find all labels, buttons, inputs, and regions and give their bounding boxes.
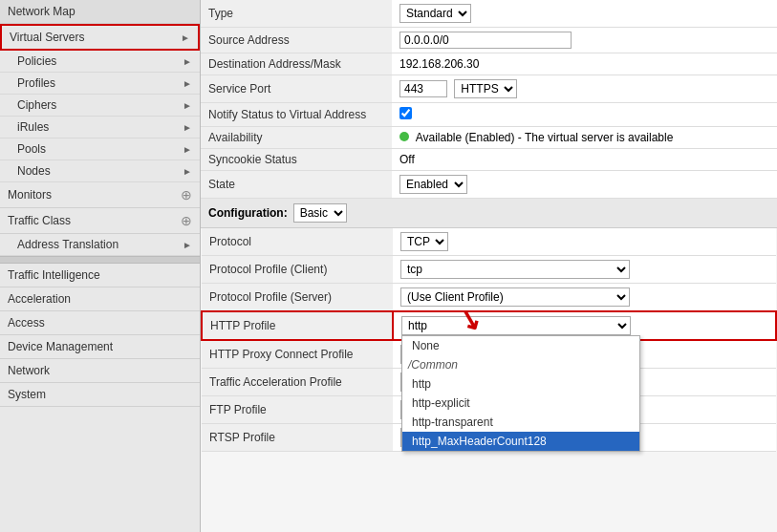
- dest-address-row: Destination Address/Mask 192.168.206.30: [201, 53, 777, 75]
- notify-label: Notify Status to Virtual Address: [201, 103, 392, 127]
- proto-profile-client-select[interactable]: tcp: [400, 260, 630, 279]
- chevron-right-icon: ►: [183, 240, 192, 250]
- source-address-input[interactable]: [399, 32, 572, 49]
- http-profile-select[interactable]: http: [401, 316, 631, 335]
- service-protocol-select[interactable]: HTTPS: [454, 79, 517, 98]
- state-label: State: [201, 171, 392, 199]
- sidebar-item-pools[interactable]: Pools ►: [0, 138, 200, 160]
- http-proxy-label: HTTP Proxy Connect Profile: [202, 340, 393, 369]
- config-bar: Configuration: Basic: [201, 199, 777, 228]
- config-table: Protocol TCP Protocol Profile (Client) t…: [201, 228, 777, 452]
- http-profile-row: HTTP Profile http None /Common http http…: [202, 311, 776, 340]
- availability-dot: [399, 132, 409, 141]
- service-port-label: Service Port: [201, 75, 392, 103]
- availability-row: Availability Available (Enabled) - The v…: [201, 127, 777, 149]
- syncookie-row: Syncookie Status Off: [201, 149, 777, 171]
- chevron-right-icon: ►: [183, 56, 192, 67]
- service-port-row: Service Port HTTPS: [201, 75, 777, 103]
- proto-profile-client-row: Protocol Profile (Client) tcp: [202, 256, 776, 284]
- notify-row: Notify Status to Virtual Address: [201, 103, 777, 127]
- chevron-right-icon: ►: [181, 32, 190, 43]
- sidebar-item-system[interactable]: System: [0, 383, 200, 407]
- sidebar-item-network[interactable]: Network: [0, 359, 200, 383]
- chevron-right-icon: ►: [183, 78, 192, 89]
- syncookie-label: Syncookie Status: [201, 149, 392, 171]
- dropdown-item-http[interactable]: http: [402, 374, 639, 394]
- sidebar-item-irules[interactable]: iRules ►: [0, 117, 200, 138]
- dropdown-item-none[interactable]: None: [402, 336, 639, 355]
- dropdown-section-common: /Common: [402, 355, 639, 374]
- chevron-right-icon: ►: [183, 100, 192, 111]
- sidebar-item-traffic-intelligence[interactable]: Traffic Intelligence: [0, 264, 200, 287]
- sidebar: Network Map Virtual Servers ► Policies ►…: [0, 0, 201, 532]
- http-profile-dropdown-list: None /Common http http-explicit http-tra…: [401, 335, 640, 452]
- availability-label: Availability: [201, 127, 392, 149]
- sidebar-item-ciphers[interactable]: Ciphers ►: [0, 95, 200, 117]
- sidebar-item-nodes[interactable]: Nodes ►: [0, 160, 200, 182]
- main-content: Type Standard Source Address Destination…: [201, 0, 777, 532]
- sidebar-item-traffic-class[interactable]: Traffic Class ⊕: [0, 208, 200, 234]
- sidebar-item-access[interactable]: Access: [0, 311, 200, 335]
- http-profile-dropdown-container: http None /Common http http-explicit htt…: [401, 316, 767, 335]
- sidebar-item-virtual-servers[interactable]: Virtual Servers ►: [0, 24, 200, 51]
- state-select[interactable]: Enabled: [399, 175, 467, 194]
- plus-icon: ⊕: [181, 213, 192, 228]
- chevron-right-icon: ►: [183, 166, 192, 177]
- ftp-profile-label: FTP Profile: [202, 396, 393, 424]
- dest-address-value: 192.168.206.30: [399, 57, 479, 71]
- notify-checkbox[interactable]: [399, 107, 412, 119]
- proto-profile-server-label: Protocol Profile (Server): [202, 284, 393, 312]
- http-profile-label: HTTP Profile: [202, 311, 393, 340]
- proto-profile-server-row: Protocol Profile (Server) (Use Client Pr…: [202, 284, 776, 312]
- properties-table: Type Standard Source Address Destination…: [201, 0, 777, 199]
- service-port-input[interactable]: [399, 80, 447, 97]
- sidebar-item-acceleration[interactable]: Acceleration: [0, 287, 200, 311]
- sidebar-item-address-translation[interactable]: Address Translation ►: [0, 234, 200, 256]
- type-select[interactable]: Standard: [399, 4, 471, 23]
- protocol-row: Protocol TCP: [202, 228, 776, 256]
- proto-profile-server-select[interactable]: (Use Client Profile): [400, 287, 630, 307]
- syncookie-value: Off: [399, 153, 415, 166]
- source-address-label: Source Address: [201, 28, 392, 53]
- rtsp-profile-label: RTSP Profile: [202, 424, 393, 452]
- config-mode-select[interactable]: Basic: [293, 203, 347, 223]
- dropdown-item-http-maxheadercount128[interactable]: http_MaxHeaderCount128: [402, 432, 639, 451]
- chevron-right-icon: ►: [183, 144, 192, 155]
- type-label: Type: [201, 0, 392, 28]
- source-address-row: Source Address: [201, 28, 777, 53]
- sidebar-item-policies[interactable]: Policies ►: [0, 51, 200, 73]
- config-label: Configuration:: [208, 206, 288, 220]
- sidebar-item-monitors[interactable]: Monitors ⊕: [0, 182, 200, 208]
- proto-profile-client-label: Protocol Profile (Client): [202, 256, 393, 284]
- traffic-accel-label: Traffic Acceleration Profile: [202, 369, 393, 396]
- sidebar-item-network-map[interactable]: Network Map: [0, 0, 200, 24]
- protocol-label: Protocol: [202, 228, 393, 256]
- sidebar-item-profiles[interactable]: Profiles ►: [0, 73, 200, 95]
- protocol-select[interactable]: TCP: [400, 232, 448, 251]
- sidebar-item-device-management[interactable]: Device Management: [0, 335, 200, 359]
- dropdown-item-http-transparent[interactable]: http-transparent: [402, 413, 639, 432]
- dest-address-label: Destination Address/Mask: [201, 53, 392, 75]
- type-row: Type Standard: [201, 0, 777, 28]
- dropdown-item-http-explicit[interactable]: http-explicit: [402, 394, 639, 413]
- chevron-right-icon: ►: [183, 122, 192, 133]
- plus-icon: ⊕: [181, 187, 192, 202]
- availability-text: Available (Enabled) - The virtual server…: [416, 131, 674, 144]
- state-row: State Enabled: [201, 171, 777, 199]
